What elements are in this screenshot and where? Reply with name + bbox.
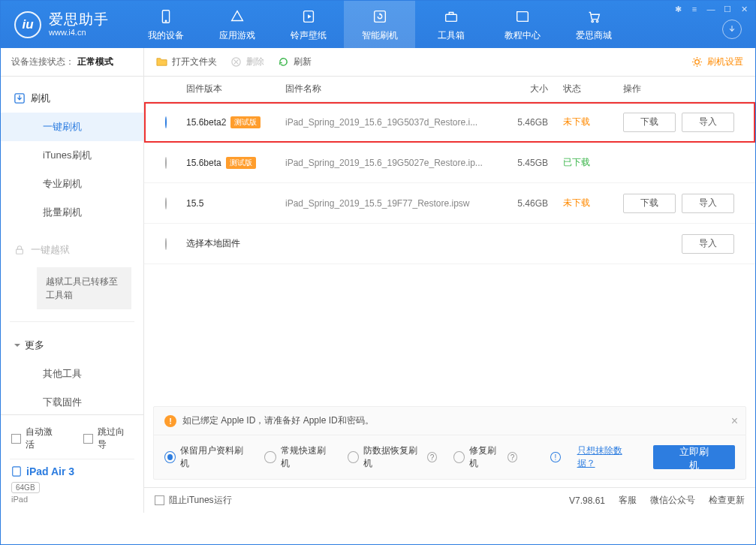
app-url: www.i4.cn — [49, 28, 109, 37]
device-status: 设备连接状态： 正常模式 — [1, 48, 143, 77]
radio[interactable] — [264, 451, 276, 463]
sidebar-jailbreak-group: 一键越狱 — [1, 236, 143, 264]
radio[interactable] — [453, 451, 465, 463]
sidebar-item-itunes[interactable]: iTunes刷机 — [1, 141, 143, 170]
skip-guide-checkbox[interactable] — [83, 434, 93, 444]
import-button[interactable]: 导入 — [682, 234, 734, 254]
maximize-button[interactable]: ☐ — [719, 2, 736, 16]
beta-tag: 测试版 — [226, 157, 256, 169]
footer: 阻止iTunes运行 V7.98.61 客服 微信公众号 检查更新 — [144, 487, 755, 513]
cart-icon — [585, 8, 603, 26]
import-button[interactable]: 导入 — [682, 113, 734, 132]
row-radio[interactable] — [165, 116, 167, 128]
content-area: 打开文件夹 删除 刷新 刷机设置 固件版本 固件名称 大小 状态 操作 — [144, 48, 755, 513]
th-size: 大小 — [503, 83, 563, 95]
menu-button[interactable]: ≡ — [686, 2, 703, 16]
opt-repair[interactable]: 修复刷机? — [453, 444, 517, 470]
table-row[interactable]: 15.6beta2测试版 iPad_Spring_2019_15.6_19G50… — [144, 102, 755, 143]
table-row[interactable]: 15.5 iPad_Spring_2019_15.5_19F77_Restore… — [144, 183, 755, 224]
download-button[interactable]: 下载 — [623, 194, 676, 213]
divider — [10, 321, 134, 322]
download-button[interactable]: 下载 — [623, 113, 676, 132]
open-folder-button[interactable]: 打开文件夹 — [156, 56, 217, 68]
svg-point-5 — [591, 20, 592, 22]
minimize-button[interactable]: — — [703, 2, 719, 16]
svg-rect-4 — [445, 14, 456, 21]
download-manager-button[interactable] — [722, 20, 742, 39]
th-status: 状态 — [563, 83, 623, 95]
block-itunes-label: 阻止iTunes运行 — [169, 494, 232, 507]
fw-size: 5.46GB — [503, 117, 563, 128]
auto-activate-checkbox[interactable] — [11, 434, 21, 444]
flash-settings-button[interactable]: 刷机设置 — [691, 56, 743, 68]
device-icon — [157, 8, 175, 26]
nav-flash[interactable]: 智能刷机 — [344, 1, 415, 48]
nav-store[interactable]: 爱思商城 — [558, 1, 629, 48]
window-controls: ✱ ≡ — ☐ ✕ — [670, 2, 752, 16]
delete-icon — [230, 56, 242, 68]
folder-icon — [156, 56, 167, 68]
svg-point-1 — [165, 20, 166, 21]
nav-my-device[interactable]: 我的设备 — [130, 1, 201, 48]
beta-tag: 测试版 — [230, 116, 261, 128]
jailbreak-note: 越狱工具已转移至工具箱 — [37, 267, 131, 309]
warning-text: 如已绑定 Apple ID，请准备好 Apple ID和密码。 — [182, 414, 374, 427]
close-button[interactable]: ✕ — [736, 2, 752, 16]
row-radio[interactable] — [165, 197, 167, 209]
opt-anti-recovery[interactable]: 防数据恢复刷机? — [348, 444, 437, 470]
refresh-icon — [278, 56, 289, 68]
tablet-icon — [11, 466, 22, 477]
sidebar-item-download-fw[interactable]: 下载固件 — [1, 388, 143, 414]
nav-ringtones[interactable]: 铃声壁纸 — [273, 1, 344, 48]
device-name[interactable]: iPad Air 3 — [10, 462, 134, 480]
sidebar: 设备连接状态： 正常模式 刷机 一键刷机 iTunes刷机 专业刷机 批量刷机 … — [1, 48, 144, 513]
device-storage-badge: 64GB — [11, 482, 40, 493]
svg-point-6 — [596, 20, 598, 22]
fw-status: 未下载 — [563, 197, 623, 209]
opt-keep-data[interactable]: 保留用户资料刷机 — [164, 444, 248, 470]
sidebar-item-pro[interactable]: 专业刷机 — [1, 170, 143, 198]
close-info-button[interactable]: × — [731, 414, 738, 428]
table-body: 15.6beta2测试版 iPad_Spring_2019_15.6_19G50… — [144, 102, 755, 264]
top-nav: 我的设备 应用游戏 铃声壁纸 智能刷机 工具箱 教程中心 爱思商城 — [130, 1, 755, 48]
sidebar-item-other-tools[interactable]: 其他工具 — [1, 360, 143, 388]
svg-point-11 — [695, 60, 700, 65]
opt-normal[interactable]: 常规快速刷机 — [264, 444, 331, 470]
info-icon[interactable]: ! — [550, 452, 560, 462]
sidebar-more-group[interactable]: 更多 — [1, 331, 143, 360]
svg-rect-9 — [13, 467, 21, 476]
sidebar-flash-group[interactable]: 刷机 — [1, 84, 143, 113]
nav-tutorials[interactable]: 教程中心 — [486, 1, 558, 48]
import-button[interactable]: 导入 — [682, 194, 734, 213]
flash-group-icon — [14, 93, 25, 104]
row-radio[interactable] — [165, 157, 167, 169]
erase-link[interactable]: 只想抹除数据？ — [577, 444, 637, 470]
svg-rect-3 — [374, 11, 385, 22]
refresh-button[interactable]: 刷新 — [278, 56, 312, 68]
fw-size: 5.45GB — [503, 158, 563, 168]
check-update-link[interactable]: 检查更新 — [709, 494, 745, 507]
customer-service-link[interactable]: 客服 — [619, 494, 637, 507]
title-bar: iu 爱思助手 www.i4.cn 我的设备 应用游戏 铃声壁纸 智能刷机 工具… — [1, 1, 755, 48]
logo: iu 爱思助手 www.i4.cn — [1, 11, 122, 38]
row-radio[interactable] — [165, 238, 167, 250]
radio[interactable] — [348, 451, 359, 463]
wechat-link[interactable]: 微信公众号 — [650, 494, 695, 507]
lock-icon — [14, 245, 25, 255]
refresh-icon — [371, 8, 389, 26]
block-itunes-checkbox[interactable] — [155, 495, 164, 505]
help-icon[interactable]: ? — [508, 452, 517, 462]
sidebar-item-onekey[interactable]: 一键刷机 — [1, 113, 143, 141]
nav-apps[interactable]: 应用游戏 — [201, 1, 273, 48]
media-icon — [300, 8, 318, 26]
sidebar-item-batch[interactable]: 批量刷机 — [1, 198, 143, 227]
flash-now-button[interactable]: 立即刷机 — [653, 445, 735, 469]
nav-toolbox[interactable]: 工具箱 — [415, 1, 486, 48]
help-icon[interactable]: ? — [427, 452, 437, 462]
radio[interactable] — [164, 451, 176, 463]
table-row-local[interactable]: 选择本地固件 导入 — [144, 224, 755, 264]
skin-button[interactable]: ✱ — [670, 2, 686, 16]
fw-name: iPad_Spring_2019_15.6_19G5037d_Restore.i… — [285, 117, 503, 128]
fw-status: 已下载 — [563, 156, 623, 169]
table-row[interactable]: 15.6beta测试版 iPad_Spring_2019_15.6_19G502… — [144, 143, 755, 183]
